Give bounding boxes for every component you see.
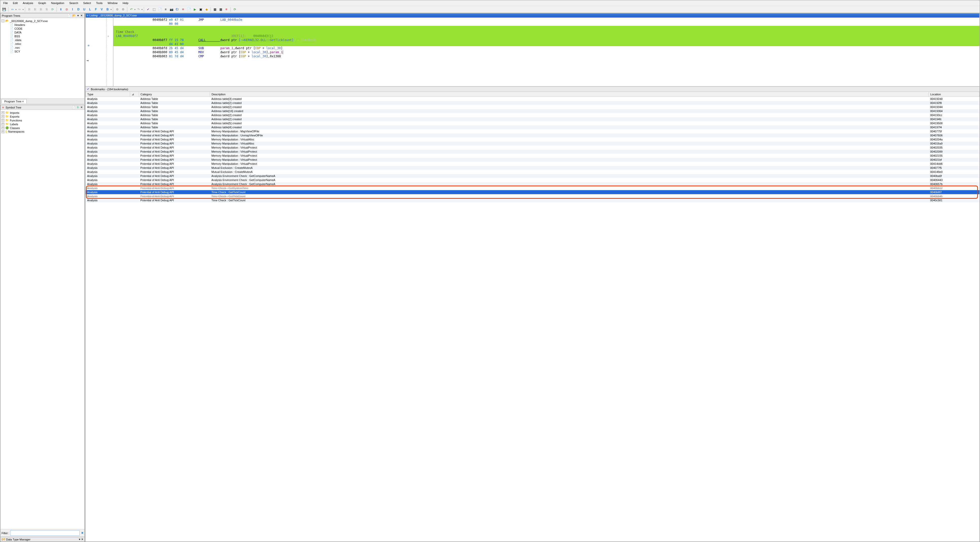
- filter-input[interactable]: [10, 530, 80, 536]
- symbol-item[interactable]: +📁Functions: [2, 118, 83, 122]
- pt-action3-icon[interactable]: ▾: [77, 14, 80, 17]
- program-tree[interactable]: − 📂 _00120000_dump_2_SCY.exe 📄Headers📄CO…: [0, 18, 84, 99]
- letter-d[interactable]: D: [76, 6, 81, 12]
- refresh-icon[interactable]: ⟳: [232, 6, 238, 12]
- menu-search[interactable]: Search: [67, 1, 80, 5]
- listing-line[interactable]: 0040b903 81 7d d4 CMP dword ptr [EBP + l…: [113, 54, 980, 58]
- nav2-icon[interactable]: ⎘: [32, 6, 38, 12]
- symbol-item[interactable]: +🟢Classes: [2, 126, 83, 130]
- nav1-icon[interactable]: ⎘: [26, 6, 32, 12]
- symbol-tree[interactable]: +📁Imports+📁Exports+📁Functions+📁Labels+🟢C…: [0, 110, 84, 529]
- bookmark-row[interactable]: AnalysisPotential of Anti Debug APIMemor…: [86, 129, 980, 134]
- menu-edit[interactable]: Edit: [11, 1, 20, 5]
- doc-icon[interactable]: 📄: [157, 6, 162, 12]
- undo-icon[interactable]: ↶: [129, 6, 134, 12]
- win3-icon[interactable]: ⛯: [224, 6, 229, 12]
- listing-line[interactable]: 0040b900 89 45 d4 MOV dword ptr [EBP + l…: [113, 50, 980, 54]
- listing-line[interactable]: d4 41 00: [113, 42, 980, 46]
- nav3-icon[interactable]: ⎘: [38, 6, 44, 12]
- page-icon[interactable]: 📄: [186, 6, 192, 12]
- menu-analysis[interactable]: Analysis: [21, 1, 35, 5]
- listing-line[interactable]: 0040b8f7 ff 15 78 CALL dword ptr [->KERN…: [113, 38, 980, 42]
- bookmark-row[interactable]: AnalysisPotential of Anti Debug APITime …: [86, 194, 980, 198]
- bookmark-row[interactable]: AnalysisPotential of Anti Debug APIMemor…: [86, 158, 980, 162]
- expander-icon[interactable]: +: [2, 115, 4, 118]
- column-header[interactable]: Category: [139, 92, 210, 97]
- bookmarks-table[interactable]: Type◢CategoryDescriptionLocation Analysi…: [86, 92, 980, 202]
- symbol-item[interactable]: +📁Exports: [2, 114, 83, 118]
- listing-line[interactable]: Time Check: [113, 30, 980, 34]
- bookmark-row[interactable]: AnalysisPotential of Anti Debug APITime …: [86, 186, 980, 190]
- nav4-icon[interactable]: ⎘: [44, 6, 49, 12]
- bookmark-row[interactable]: AnalysisAddress TableAddress table[3] cr…: [86, 97, 980, 101]
- puzzle2-icon[interactable]: ⚙: [120, 6, 126, 12]
- bookmark-row[interactable]: AnalysisPotential of Anti Debug APITime …: [86, 198, 980, 202]
- letter-u[interactable]: U: [81, 6, 87, 12]
- menu-tools[interactable]: Tools: [94, 1, 105, 5]
- nav5-icon[interactable]: ⟳: [50, 6, 55, 12]
- tree-icon[interactable]: ⛯: [180, 6, 186, 12]
- tree-item[interactable]: 📄.reloc: [6, 42, 83, 46]
- letter-l[interactable]: L: [87, 6, 93, 12]
- expander-icon[interactable]: +: [2, 130, 4, 133]
- play-icon[interactable]: ▶: [192, 6, 197, 12]
- tree-item[interactable]: 📄DATA: [6, 30, 83, 34]
- listing-line[interactable]: 00 00: [113, 22, 980, 26]
- listing-line[interactable]: 0040b8fd 2b 45 d4 SUB param_1,dword ptr …: [113, 46, 980, 50]
- bookmark-row[interactable]: AnalysisAddress TableAddress table[2] cr…: [86, 117, 980, 121]
- sort-icon[interactable]: ◢: [132, 92, 134, 95]
- cam-icon[interactable]: 📷: [169, 6, 174, 12]
- symbol-item[interactable]: +📁Imports: [2, 111, 83, 114]
- menu-navigation[interactable]: Navigation: [49, 1, 66, 5]
- check-icon[interactable]: ✔: [145, 6, 151, 12]
- st-action2-icon[interactable]: ⎘: [76, 106, 80, 109]
- listing-view[interactable]: ❋ → ▾ 0040b8f2 e9 47 01 JMP LAB_0040ba3e…: [86, 18, 980, 86]
- tree-item[interactable]: 📄CODE: [6, 27, 83, 30]
- letter-v[interactable]: V: [99, 6, 105, 12]
- back-icon[interactable]: ⇦: [10, 6, 15, 12]
- puzzle-icon[interactable]: ⚙: [115, 6, 120, 12]
- menu-window[interactable]: Window: [105, 1, 119, 5]
- symbol-item[interactable]: +{}Namespaces: [2, 130, 83, 134]
- expander-icon[interactable]: +: [2, 127, 4, 129]
- listing-line[interactable]: LAB_0040b8f7 XREF[1]: 0040b8d3(j): [113, 34, 980, 38]
- st-close-icon[interactable]: ✕: [80, 106, 83, 109]
- menu-help[interactable]: Help: [121, 1, 130, 5]
- tree-item[interactable]: 📄.rsrc: [6, 46, 83, 49]
- st-action1-icon[interactable]: 📄: [72, 106, 76, 109]
- tree-item[interactable]: 📄.idata: [6, 38, 83, 42]
- column-header[interactable]: ◢: [130, 92, 139, 97]
- chip-icon[interactable]: ▣: [198, 6, 204, 12]
- dtm-menu-icon[interactable]: ▾: [79, 538, 80, 541]
- bookmark-row[interactable]: AnalysisPotential of Anti Debug APIAnaly…: [86, 174, 980, 178]
- expander-icon[interactable]: +: [2, 119, 4, 122]
- stop-icon[interactable]: ⊘: [64, 6, 70, 12]
- bookmark-row[interactable]: AnalysisAddress TableAddress table[2] cr…: [86, 105, 980, 109]
- redo-icon[interactable]: ↷: [136, 6, 141, 12]
- symbol-item[interactable]: +📁Labels: [2, 122, 83, 126]
- bookmark-row[interactable]: AnalysisPotential of Anti Debug APIMemor…: [86, 146, 980, 149]
- tree-item[interactable]: 📄BSS: [6, 34, 83, 38]
- pt-folder-icon[interactable]: 📂: [72, 14, 76, 17]
- filter-clear-icon[interactable]: ✖: [81, 531, 83, 535]
- menu-graph[interactable]: Graph: [36, 1, 48, 5]
- bookmark-row[interactable]: AnalysisPotential of Anti Debug APIMutua…: [86, 166, 980, 170]
- program-tree-tab[interactable]: Program Tree ×: [2, 99, 27, 103]
- forward-icon[interactable]: ⇨: [17, 6, 22, 12]
- bookmark-row[interactable]: AnalysisPotential of Anti Debug APIMemor…: [86, 137, 980, 141]
- column-header[interactable]: Description: [210, 92, 929, 97]
- win2-icon[interactable]: ▦: [218, 6, 223, 12]
- bookmark-row[interactable]: AnalysisPotential of Anti Debug APIMemor…: [86, 162, 980, 166]
- menu-select[interactable]: Select: [81, 1, 93, 5]
- expander-icon[interactable]: −: [2, 19, 4, 22]
- bookmark-row[interactable]: AnalysisPotential of Anti Debug APIMemor…: [86, 154, 980, 158]
- bookmark-row[interactable]: AnalysisAddress TableAddress table[4] cr…: [86, 125, 980, 129]
- diamond-icon[interactable]: ◆: [204, 6, 209, 12]
- listing-line[interactable]: [113, 26, 980, 30]
- bookmark-row[interactable]: AnalysisAddress TableAddress table[5] cr…: [86, 121, 980, 125]
- bookmark-row[interactable]: AnalysisAddress TableAddress table[16] c…: [86, 109, 980, 113]
- bookmark-row[interactable]: AnalysisPotential of Anti Debug APIMemor…: [86, 134, 980, 137]
- dtm-close-icon[interactable]: ✕: [81, 538, 83, 541]
- bookmark-row[interactable]: AnalysisPotential of Anti Debug APIMutua…: [86, 170, 980, 174]
- bookmark-row[interactable]: AnalysisPotential of Anti Debug APITime …: [86, 190, 980, 194]
